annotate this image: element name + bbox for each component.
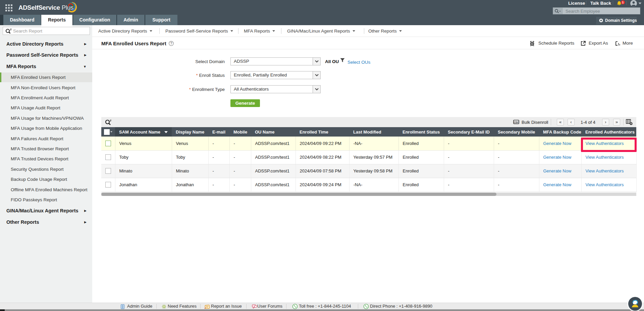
svg-text:?: ? [170, 42, 172, 45]
svg-text:1: 1 [622, 1, 624, 4]
svg-text:CSV: CSV [514, 121, 519, 123]
